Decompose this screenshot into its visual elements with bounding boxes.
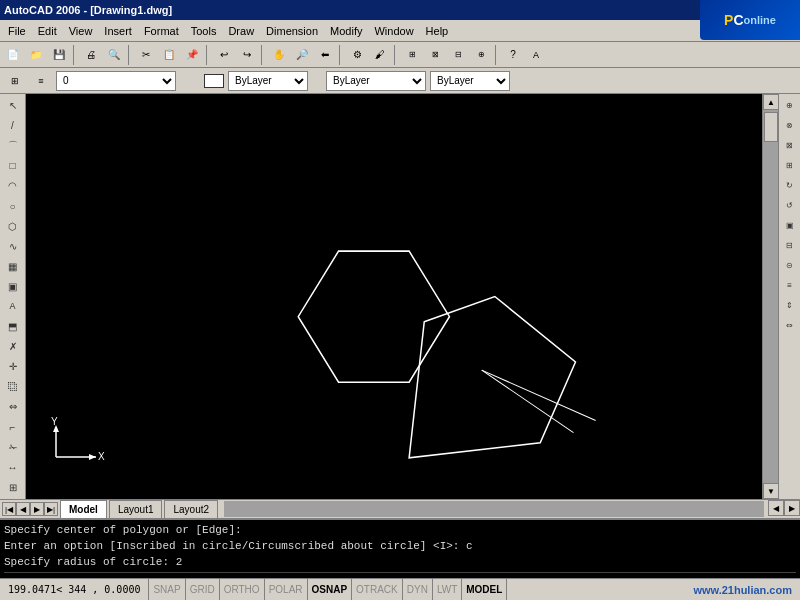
tab-first-button[interactable]: |◀ [2,502,16,516]
open-button[interactable]: 📁 [25,44,47,66]
ortho-button[interactable]: ⊟ [447,44,469,66]
menu-window[interactable]: Window [368,20,419,41]
menu-tools[interactable]: Tools [185,20,223,41]
array-button[interactable]: ⊞ [2,478,24,497]
menu-view[interactable]: View [63,20,99,41]
rect-button[interactable]: □ [2,156,24,175]
right-scrollbar: ▲ ▼ [762,94,778,499]
properties-button[interactable]: ⚙ [346,44,368,66]
trim-button[interactable]: ✁ [2,438,24,457]
menu-insert[interactable]: Insert [98,20,138,41]
right-tool-12[interactable]: ⇔ [781,316,799,334]
command-line-3[interactable]: Specify radius of circle: 2 [4,554,796,573]
match-properties-button[interactable]: 🖌 [369,44,391,66]
region-button[interactable]: ▣ [2,277,24,296]
redo-button[interactable]: ↪ [236,44,258,66]
right-tool-6[interactable]: ↺ [781,196,799,214]
layer-state-button[interactable]: ≡ [30,70,52,92]
fillet-button[interactable]: ⌐ [2,418,24,437]
grid-status-button[interactable]: GRID [186,579,220,600]
hatch-button[interactable]: ▦ [2,257,24,276]
pick-button[interactable]: ↖ [2,96,24,115]
text-button[interactable]: A [525,44,547,66]
scroll-down-button[interactable]: ▼ [763,483,779,499]
ortho-status-button[interactable]: ORTHO [220,579,265,600]
menu-modify[interactable]: Modify [324,20,368,41]
grid-button[interactable]: ⊞ [401,44,423,66]
right-tool-2[interactable]: ⊗ [781,116,799,134]
menu-draw[interactable]: Draw [222,20,260,41]
cut-button[interactable]: ✂ [135,44,157,66]
text-tool-button[interactable]: A [2,297,24,316]
right-tool-10[interactable]: ≡ [781,276,799,294]
color-select[interactable]: ByLayer [228,71,308,91]
scroll-up-button[interactable]: ▲ [763,94,779,110]
menu-format[interactable]: Format [138,20,185,41]
logo-area: P C online [700,0,800,40]
mirror-button[interactable]: ⇔ [2,397,24,416]
lwt-status-button[interactable]: LWT [433,579,462,600]
help-button[interactable]: ? [502,44,524,66]
new-button[interactable]: 📄 [2,44,24,66]
osnap-button[interactable]: ⊕ [470,44,492,66]
right-tool-3[interactable]: ⊠ [781,136,799,154]
extend-button[interactable]: ↔ [2,458,24,477]
print-button[interactable]: 🖨 [80,44,102,66]
right-tool-7[interactable]: ▣ [781,216,799,234]
h-scroll-track[interactable] [224,501,764,517]
tab-layout1[interactable]: Layout1 [109,500,163,518]
pan-button[interactable]: ✋ [268,44,290,66]
spline-button[interactable]: ∿ [2,237,24,256]
canvas-area[interactable]: Y X [26,94,762,499]
right-tool-4[interactable]: ⊞ [781,156,799,174]
zoom-previous-button[interactable]: ⬅ [314,44,336,66]
undo-button[interactable]: ↩ [213,44,235,66]
lineweight-select[interactable]: ByLayer [430,71,510,91]
right-tool-8[interactable]: ⊟ [781,236,799,254]
zoom-button[interactable]: 🔎 [291,44,313,66]
line-button[interactable]: / [2,116,24,135]
copy-button[interactable]: 📋 [158,44,180,66]
right-tool-9[interactable]: ⊝ [781,256,799,274]
hscroll-right-button[interactable]: ▶ [784,500,800,516]
left-toolbar: ↖ / ⌒ □ ◠ ○ ⬡ ∿ ▦ ▣ A ⬒ ✗ ✛ ⿻ ⇔ ⌐ ✁ ↔ ⊞ [0,94,26,499]
tab-prev-button[interactable]: ◀ [16,502,30,516]
tab-model[interactable]: Model [60,500,107,518]
layer-manager-button[interactable]: ⊞ [4,70,26,92]
linetype-select[interactable]: ByLayer [326,71,426,91]
right-tool-11[interactable]: ⇕ [781,296,799,314]
scroll-track[interactable] [763,110,778,483]
polyline-button[interactable]: ⌒ [2,136,24,155]
otrack-status-button[interactable]: OTRACK [352,579,403,600]
circle-button[interactable]: ○ [2,196,24,215]
save-button[interactable]: 💾 [48,44,70,66]
menu-edit[interactable]: Edit [32,20,63,41]
insert-button[interactable]: ⬒ [2,317,24,336]
tab-last-button[interactable]: ▶| [44,502,58,516]
right-tool-1[interactable]: ⊕ [781,96,799,114]
menu-help[interactable]: Help [420,20,455,41]
model-status-button[interactable]: MODEL [462,579,507,600]
menu-dimension[interactable]: Dimension [260,20,324,41]
arc-button[interactable]: ◠ [2,176,24,195]
move-button[interactable]: ✛ [2,357,24,376]
paste-button[interactable]: 📌 [181,44,203,66]
hscroll-left-button[interactable]: ◀ [768,500,784,516]
snap-button[interactable]: SNAP [149,579,185,600]
print-preview-button[interactable]: 🔍 [103,44,125,66]
menu-file[interactable]: File [2,20,32,41]
erase-button[interactable]: ✗ [2,337,24,356]
tabs-container: Model Layout1 Layout2 [60,500,220,518]
right-tool-5[interactable]: ↻ [781,176,799,194]
copy-tool-button[interactable]: ⿻ [2,377,24,396]
scroll-thumb[interactable] [764,112,778,142]
dyn-status-button[interactable]: DYN [403,579,433,600]
polygon-button[interactable]: ⬡ [2,217,24,236]
osnap-status-button[interactable]: OSNAP [308,579,353,600]
command-line-2: Enter an option [Inscribed in circle/Cir… [4,538,796,554]
layer-select[interactable]: 0 [56,71,176,91]
snap-button[interactable]: ⊠ [424,44,446,66]
tab-next-button[interactable]: ▶ [30,502,44,516]
tab-layout2[interactable]: Layout2 [164,500,218,518]
polar-status-button[interactable]: POLAR [265,579,308,600]
